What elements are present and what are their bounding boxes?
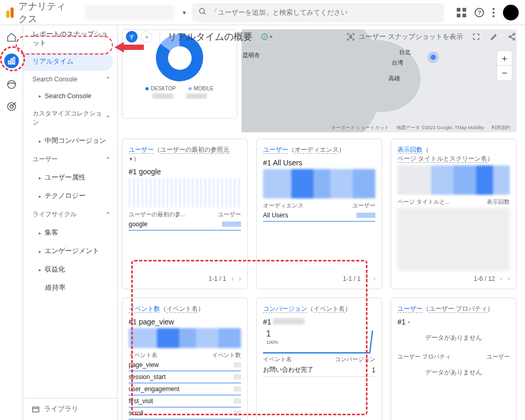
svg-rect-4 (13, 57, 15, 64)
sidebar-item-acquisition[interactable]: 集客 (23, 224, 117, 242)
fullscreen-icon[interactable] (471, 32, 481, 41)
map-credits: キーボード ショートカット地図データ ©2023 Google, TMap Mo… (331, 124, 510, 131)
page-title: リアルタイムの概要 (167, 30, 253, 43)
sidebar-section-customize[interactable]: カスタマイズコレクション⌃ (23, 104, 117, 132)
pager: 1-1 / 1‹› (129, 271, 241, 282)
chevron-down-icon[interactable]: ▼ (129, 156, 133, 162)
home-icon[interactable] (6, 32, 17, 43)
content: す ＋ リアルタイムの概要 ✓ ▾ ユーザー スナップショットを表示 (118, 25, 525, 420)
explore-icon[interactable] (6, 79, 17, 90)
top-bar: アナリティクス ▾ ? (0, 0, 525, 25)
map-dot (430, 55, 436, 60)
svg-rect-9 (33, 407, 39, 412)
card-users-by-property: ユーザー（ユーザー プロパティ） #1 - データがありません ユーザー プロパ… (391, 298, 517, 420)
map-zoom: ＋ − (497, 50, 512, 81)
svg-point-10 (350, 35, 352, 37)
more-icon[interactable] (492, 8, 495, 17)
search-input[interactable] (211, 8, 438, 16)
sidebar: レポートのスナップショット リアルタイム Search Console⌃ Sea… (23, 25, 118, 420)
zoom-in-button[interactable]: ＋ (497, 51, 512, 66)
page-header: す ＋ リアルタイムの概要 ✓ ▾ ユーザー スナップショットを表示 (118, 25, 525, 48)
sidebar-library[interactable]: ライブラリ (23, 398, 117, 420)
card-views-by-page: 表示回数（ページ タイトルとスクリーン名） ページ タイトルと...表示回数 1… (391, 139, 517, 289)
table-row[interactable]: first_visit (129, 395, 241, 407)
svg-point-0 (200, 8, 204, 13)
snapshot-icon (346, 32, 355, 41)
logo: アナリティクス (6, 0, 78, 25)
nav-rail (0, 25, 23, 420)
avatar[interactable] (503, 5, 519, 20)
property-selector[interactable] (85, 5, 174, 20)
conversion-sparkline: 1 100% (263, 328, 375, 352)
sidebar-item-realtime[interactable]: リアルタイム (23, 52, 113, 71)
table-row[interactable]: scroll (129, 407, 241, 419)
table-row[interactable]: page_view (129, 359, 241, 371)
card-users-by-first-source: ユーザー（ユーザーの最初の参照元 ▼） #1 google ユーザーの最初の参.… (122, 139, 248, 289)
chevron-down-icon[interactable]: ▾ (183, 9, 186, 16)
next-page-icon[interactable]: › (508, 275, 510, 282)
analytics-logo-icon (6, 7, 15, 18)
table-row[interactable]: user_engagement (129, 383, 241, 395)
sidebar-item-search-console[interactable]: Search Console (23, 88, 117, 104)
apps-icon[interactable] (457, 8, 466, 17)
card-events-by-name: イベント数（イベント名） #1 page_view イベント名イベント数 pag… (122, 298, 248, 420)
next-page-icon[interactable]: › (373, 275, 375, 282)
app-title: アナリティクス (18, 0, 74, 25)
search-bar[interactable] (192, 3, 444, 22)
sidebar-item-technology[interactable]: テクノロジー (23, 187, 117, 205)
legend-dot-mobile (188, 87, 192, 90)
advertising-icon[interactable] (6, 101, 17, 112)
check-icon: ✓ (261, 34, 268, 40)
share-icon[interactable] (507, 32, 517, 41)
help-icon[interactable]: ? (475, 8, 484, 17)
svg-rect-2 (8, 61, 10, 64)
edit-icon[interactable] (489, 32, 499, 41)
svg-line-1 (204, 13, 205, 14)
card-users-by-audience: ユーザー（オーディエンス） #1 All Users オーディエンスユーザー A… (256, 139, 382, 289)
sidebar-item-engagement[interactable]: エンゲージメント (23, 242, 117, 260)
add-comparison-button[interactable]: ＋ (141, 31, 152, 43)
zoom-out-button[interactable]: − (497, 66, 512, 80)
sidebar-section-user[interactable]: ユーザー⌃ (23, 150, 117, 169)
legend-dot-desktop (145, 87, 149, 90)
next-page-icon[interactable]: › (239, 275, 241, 282)
sidebar-item-snapshot[interactable]: レポートのスナップショット (23, 25, 117, 52)
user-snapshot-button[interactable]: ユーザー スナップショットを表示 (346, 32, 463, 41)
sidebar-item-mid-conversion[interactable]: 中間コンバージョン (23, 132, 117, 150)
sidebar-item-monetization[interactable]: 収益化 (23, 260, 117, 279)
comparison-chip[interactable]: す (126, 31, 138, 43)
sidebar-section-lifecycle[interactable]: ライフサイクル⌃ (23, 205, 117, 224)
prev-page-icon[interactable]: ‹ (366, 275, 368, 282)
svg-point-5 (7, 81, 15, 89)
sidebar-item-retention[interactable]: 維持率 (23, 279, 117, 297)
chevron-down-icon: ▾ (270, 34, 272, 39)
library-icon (32, 405, 40, 414)
prev-page-icon[interactable]: ‹ (232, 275, 234, 282)
card-conversions-by-event: コンバージョン（イベント名） #1 1 100% イベント名コンバージョン お問… (256, 298, 382, 420)
search-icon (198, 7, 207, 17)
prev-page-icon[interactable]: ‹ (500, 275, 502, 282)
reports-icon[interactable] (4, 54, 19, 68)
svg-rect-3 (10, 59, 12, 64)
sidebar-item-user-attributes[interactable]: ユーザー属性 (23, 169, 117, 187)
sidebar-section-search-console[interactable]: Search Console⌃ (23, 71, 117, 88)
table-row[interactable]: session_start (129, 371, 241, 383)
status-chip[interactable]: ✓ ▾ (257, 31, 277, 43)
